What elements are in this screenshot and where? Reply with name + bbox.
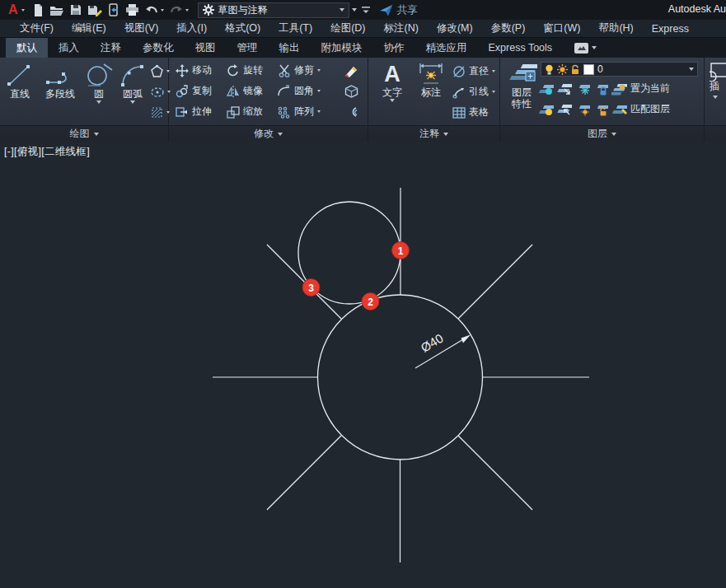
layer-unlock-button[interactable] [593, 103, 608, 116]
undo-button[interactable] [142, 1, 166, 19]
app-menu-button[interactable]: A [4, 2, 29, 17]
layer-freeze-button[interactable] [575, 82, 590, 96]
ellipse-button[interactable] [151, 82, 171, 102]
set-current-layer-button[interactable]: 置为当前 [630, 82, 670, 96]
set-current-layer-icon [611, 82, 627, 96]
rotate-button[interactable]: 旋转 [227, 60, 278, 81]
tab-insert[interactable]: 插入 [48, 38, 90, 58]
menu-parametric[interactable]: 参数(P) [482, 21, 535, 35]
tab-home[interactable]: 默认 [6, 38, 48, 58]
menu-express[interactable]: Express [643, 23, 698, 35]
large-circle [318, 295, 483, 460]
text-button[interactable]: A 文字 [375, 60, 410, 125]
array-button[interactable]: 阵列 [278, 101, 340, 122]
panel-layers-footer[interactable]: 图层 [500, 125, 704, 142]
workspace-selector[interactable]: 草图与注释 [198, 2, 349, 18]
explode-button[interactable] [344, 81, 358, 101]
tab-parametric[interactable]: 参数化 [132, 38, 185, 58]
rotate-icon [227, 64, 240, 77]
mirror-button[interactable]: 镜像 [227, 81, 278, 101]
scale-button[interactable]: 缩放 [227, 101, 278, 122]
save-button[interactable] [67, 1, 85, 19]
diameter-dimension-button[interactable]: 直径 [452, 61, 499, 82]
tab-output[interactable]: 输出 [269, 38, 311, 58]
panel-draw-footer[interactable]: 绘图 [0, 125, 168, 142]
viewport-controls[interactable]: [-][俯视][二维线框] [4, 145, 90, 159]
chevron-down-icon [592, 46, 597, 49]
spoke-top-left [267, 245, 341, 319]
menu-draw[interactable]: 绘图(D) [321, 21, 374, 35]
tab-express-tools[interactable]: Express Tools [478, 38, 564, 58]
move-button[interactable]: 移动 [176, 60, 227, 81]
arc-button[interactable]: 圆弧 [115, 60, 151, 125]
gear-icon [203, 4, 214, 16]
tab-manage[interactable]: 管理 [227, 38, 269, 58]
text-icon: A [384, 62, 400, 86]
menu-help[interactable]: 帮助(H) [589, 21, 642, 35]
tab-view[interactable]: 视图 [185, 38, 227, 58]
layer-off-button[interactable] [539, 82, 554, 96]
ribbon-tab-bar: 默认 插入 注释 参数化 视图 管理 输出 附加模块 协作 精选应用 Expre… [0, 38, 726, 58]
menu-file[interactable]: 文件(F) [11, 21, 63, 35]
line-button[interactable]: 直线 [2, 60, 37, 125]
layer-isolate-button[interactable] [557, 82, 572, 96]
circle-button[interactable]: 圆 [83, 60, 115, 125]
save-icon [69, 3, 82, 16]
layer-lock-button[interactable] [593, 82, 608, 96]
tab-collaborate[interactable]: 协作 [373, 38, 415, 58]
transfer-button[interactable] [105, 1, 123, 19]
autocad-window: A 草图与注释 [0, 0, 726, 588]
polygon-button[interactable] [151, 61, 171, 82]
layer-select[interactable]: 0 [541, 62, 698, 77]
menu-tools[interactable]: 工具(T) [269, 21, 321, 35]
tab-addins[interactable]: 附加模块 [311, 38, 373, 58]
menu-window[interactable]: 窗口(W) [534, 21, 589, 35]
layer-properties-icon [506, 62, 537, 86]
bulb-icon [545, 64, 554, 75]
new-file-button[interactable] [29, 1, 47, 19]
model-space-canvas[interactable]: [-][俯视][二维线框] Ø40 [0, 142, 726, 588]
redo-button[interactable] [166, 1, 191, 19]
insert-label[interactable]: 插 [710, 82, 719, 92]
layer-on-button[interactable] [539, 103, 554, 116]
panel-modify-footer[interactable]: 修改 [169, 125, 368, 142]
workspace-extra-dropdown[interactable] [349, 1, 359, 19]
layer-unisolate-button[interactable] [557, 103, 572, 116]
match-layer-button[interactable]: 匹配图层 [630, 102, 670, 116]
tab-annotate[interactable]: 注释 [90, 38, 132, 58]
menu-modify[interactable]: 修改(M) [428, 21, 482, 35]
polyline-button[interactable]: 多段线 [37, 60, 83, 125]
erase-button[interactable] [344, 60, 358, 81]
layer-properties-button[interactable]: 图层 特性 [504, 60, 539, 125]
trim-button[interactable]: 修剪 [278, 60, 340, 81]
fillet-button[interactable]: 圆角 [278, 81, 340, 101]
open-file-button[interactable] [47, 1, 67, 19]
panel-annotate-footer[interactable]: 注释 [368, 125, 499, 142]
save-as-button[interactable] [85, 1, 105, 19]
offset-button[interactable] [344, 101, 358, 122]
table-icon [452, 107, 466, 119]
hatch-button[interactable] [151, 102, 171, 123]
chevron-down-icon [96, 100, 101, 104]
table-button[interactable]: 表格 [452, 102, 499, 123]
fillet-icon [278, 85, 291, 98]
leader-button[interactable]: 引线 [452, 82, 499, 102]
ribbon-display-toggle[interactable] [574, 38, 597, 58]
polygon-icon [151, 65, 163, 77]
panel-layers: 图层 特性 0 [500, 58, 705, 142]
menu-format[interactable]: 格式(O) [216, 21, 269, 35]
copy-button[interactable]: 复制 [176, 81, 227, 101]
dimension-button[interactable]: 标注 [410, 60, 452, 125]
menu-edit[interactable]: 编辑(E) [63, 21, 115, 35]
share-button[interactable]: 共享 [379, 3, 418, 17]
layer-thaw-button[interactable] [575, 103, 590, 116]
leader-icon [452, 86, 466, 99]
menu-view[interactable]: 视图(V) [115, 21, 168, 35]
tab-featured-apps[interactable]: 精选应用 [415, 38, 478, 58]
chevron-down-icon [352, 8, 357, 12]
customize-quick-access-button[interactable] [359, 1, 372, 19]
menu-dimension[interactable]: 标注(N) [375, 21, 428, 35]
menu-insert[interactable]: 插入(I) [167, 21, 216, 35]
stretch-button[interactable]: 拉伸 [176, 101, 227, 122]
print-button[interactable] [123, 1, 142, 19]
